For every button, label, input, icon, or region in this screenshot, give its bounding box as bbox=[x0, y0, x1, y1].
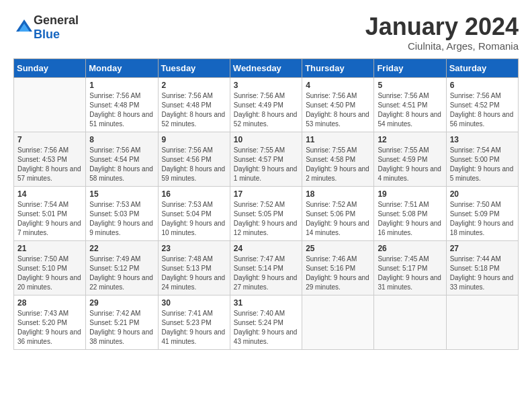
calendar-week-row: 1 Sunrise: 7:56 AMSunset: 4:48 PMDayligh… bbox=[14, 77, 519, 132]
day-number: 7 bbox=[17, 135, 82, 144]
day-info: Sunrise: 7:56 AMSunset: 4:48 PMDaylight:… bbox=[162, 92, 226, 128]
day-number: 31 bbox=[234, 298, 298, 308]
day-number: 16 bbox=[162, 189, 226, 199]
calendar-cell: 25 Sunrise: 7:46 AMSunset: 5:16 PMDaylig… bbox=[302, 240, 374, 295]
day-number: 2 bbox=[162, 81, 226, 90]
calendar-cell: 6 Sunrise: 7:56 AMSunset: 4:52 PMDayligh… bbox=[446, 77, 518, 132]
logo-icon bbox=[15, 18, 34, 37]
day-number: 18 bbox=[306, 189, 370, 199]
day-info: Sunrise: 7:53 AMSunset: 5:04 PMDaylight:… bbox=[162, 201, 226, 236]
day-number: 10 bbox=[234, 135, 298, 144]
calendar-subtitle: Ciulnita, Arges, Romania bbox=[365, 40, 519, 52]
calendar-cell: 9 Sunrise: 7:56 AMSunset: 4:56 PMDayligh… bbox=[158, 132, 230, 186]
day-number: 11 bbox=[306, 135, 370, 144]
day-number: 28 bbox=[17, 298, 82, 308]
calendar-cell bbox=[14, 77, 86, 132]
calendar-cell: 17 Sunrise: 7:52 AMSunset: 5:05 PMDaylig… bbox=[230, 186, 302, 240]
calendar-cell: 4 Sunrise: 7:56 AMSunset: 4:50 PMDayligh… bbox=[302, 77, 374, 132]
day-number: 14 bbox=[17, 189, 82, 199]
calendar-cell: 27 Sunrise: 7:44 AMSunset: 5:18 PMDaylig… bbox=[446, 240, 518, 295]
calendar-week-row: 14 Sunrise: 7:54 AMSunset: 5:01 PMDaylig… bbox=[14, 186, 519, 240]
calendar-cell: 2 Sunrise: 7:56 AMSunset: 4:48 PMDayligh… bbox=[158, 77, 230, 132]
day-number: 17 bbox=[234, 189, 298, 199]
calendar-cell: 10 Sunrise: 7:55 AMSunset: 4:57 PMDaylig… bbox=[230, 132, 302, 186]
day-number: 24 bbox=[234, 244, 298, 253]
weekday-header: Tuesday bbox=[158, 58, 230, 77]
calendar-cell: 23 Sunrise: 7:48 AMSunset: 5:13 PMDaylig… bbox=[158, 240, 230, 295]
weekday-header: Sunday bbox=[14, 58, 86, 77]
calendar-cell: 8 Sunrise: 7:56 AMSunset: 4:54 PMDayligh… bbox=[86, 132, 158, 186]
day-info: Sunrise: 7:56 AMSunset: 4:52 PMDaylight:… bbox=[450, 92, 514, 128]
day-number: 26 bbox=[378, 244, 442, 253]
day-info: Sunrise: 7:56 AMSunset: 4:54 PMDaylight:… bbox=[89, 146, 153, 182]
day-number: 4 bbox=[306, 81, 370, 90]
day-info: Sunrise: 7:47 AMSunset: 5:14 PMDaylight:… bbox=[234, 255, 298, 291]
calendar-body: 1 Sunrise: 7:56 AMSunset: 4:48 PMDayligh… bbox=[14, 77, 519, 349]
calendar-cell: 20 Sunrise: 7:50 AMSunset: 5:09 PMDaylig… bbox=[446, 186, 518, 240]
day-number: 13 bbox=[450, 135, 515, 144]
day-number: 22 bbox=[89, 244, 154, 253]
day-info: Sunrise: 7:49 AMSunset: 5:12 PMDaylight:… bbox=[89, 255, 153, 291]
day-info: Sunrise: 7:54 AMSunset: 5:01 PMDaylight:… bbox=[17, 201, 81, 236]
day-info: Sunrise: 7:55 AMSunset: 4:58 PMDaylight:… bbox=[306, 146, 369, 182]
day-info: Sunrise: 7:52 AMSunset: 5:06 PMDaylight:… bbox=[306, 201, 369, 236]
calendar-cell: 29 Sunrise: 7:42 AMSunset: 5:21 PMDaylig… bbox=[86, 295, 158, 349]
calendar-cell: 26 Sunrise: 7:45 AMSunset: 5:17 PMDaylig… bbox=[374, 240, 446, 295]
calendar-cell bbox=[446, 295, 518, 349]
calendar-cell bbox=[302, 295, 374, 349]
day-number: 1 bbox=[89, 81, 154, 90]
calendar-cell bbox=[374, 295, 446, 349]
day-number: 27 bbox=[450, 244, 515, 253]
day-info: Sunrise: 7:45 AMSunset: 5:17 PMDaylight:… bbox=[378, 255, 441, 291]
day-info: Sunrise: 7:55 AMSunset: 4:57 PMDaylight:… bbox=[234, 146, 298, 182]
day-info: Sunrise: 7:41 AMSunset: 5:23 PMDaylight:… bbox=[162, 310, 226, 345]
day-info: Sunrise: 7:51 AMSunset: 5:08 PMDaylight:… bbox=[378, 201, 441, 236]
title-block: January 2024 Ciulnita, Arges, Romania bbox=[365, 13, 519, 52]
day-info: Sunrise: 7:50 AMSunset: 5:10 PMDaylight:… bbox=[17, 255, 81, 291]
calendar-cell: 12 Sunrise: 7:55 AMSunset: 4:59 PMDaylig… bbox=[374, 132, 446, 186]
weekday-header: Monday bbox=[86, 58, 158, 77]
calendar-cell: 11 Sunrise: 7:55 AMSunset: 4:58 PMDaylig… bbox=[302, 132, 374, 186]
day-info: Sunrise: 7:55 AMSunset: 4:59 PMDaylight:… bbox=[378, 146, 441, 182]
calendar-table: SundayMondayTuesdayWednesdayThursdayFrid… bbox=[13, 58, 519, 350]
logo-blue-text: Blue bbox=[34, 28, 60, 41]
calendar-week-row: 7 Sunrise: 7:56 AMSunset: 4:53 PMDayligh… bbox=[14, 132, 519, 186]
calendar-header: SundayMondayTuesdayWednesdayThursdayFrid… bbox=[14, 58, 519, 77]
calendar-title: January 2024 bbox=[365, 13, 519, 40]
day-info: Sunrise: 7:43 AMSunset: 5:20 PMDaylight:… bbox=[17, 310, 81, 345]
calendar-cell: 13 Sunrise: 7:54 AMSunset: 5:00 PMDaylig… bbox=[446, 132, 518, 186]
day-number: 19 bbox=[378, 189, 442, 199]
day-number: 25 bbox=[306, 244, 370, 253]
weekday-header: Friday bbox=[374, 58, 446, 77]
day-number: 5 bbox=[378, 81, 442, 90]
day-number: 12 bbox=[378, 135, 442, 144]
calendar-cell: 19 Sunrise: 7:51 AMSunset: 5:08 PMDaylig… bbox=[374, 186, 446, 240]
calendar-cell: 14 Sunrise: 7:54 AMSunset: 5:01 PMDaylig… bbox=[14, 186, 86, 240]
day-info: Sunrise: 7:56 AMSunset: 4:51 PMDaylight:… bbox=[378, 92, 441, 128]
day-number: 20 bbox=[450, 189, 515, 199]
day-number: 6 bbox=[450, 81, 515, 90]
calendar-cell: 18 Sunrise: 7:52 AMSunset: 5:06 PMDaylig… bbox=[302, 186, 374, 240]
calendar-cell: 22 Sunrise: 7:49 AMSunset: 5:12 PMDaylig… bbox=[86, 240, 158, 295]
day-info: Sunrise: 7:56 AMSunset: 4:49 PMDaylight:… bbox=[234, 92, 298, 128]
logo-general-text: General bbox=[34, 13, 79, 27]
calendar-cell: 31 Sunrise: 7:40 AMSunset: 5:24 PMDaylig… bbox=[230, 295, 302, 349]
day-number: 3 bbox=[234, 81, 298, 90]
calendar-cell: 5 Sunrise: 7:56 AMSunset: 4:51 PMDayligh… bbox=[374, 77, 446, 132]
day-number: 15 bbox=[89, 189, 154, 199]
weekday-header: Wednesday bbox=[230, 58, 302, 77]
day-number: 9 bbox=[162, 135, 226, 144]
day-info: Sunrise: 7:46 AMSunset: 5:16 PMDaylight:… bbox=[306, 255, 369, 291]
day-info: Sunrise: 7:42 AMSunset: 5:21 PMDaylight:… bbox=[89, 310, 153, 345]
day-number: 30 bbox=[162, 298, 226, 308]
calendar-week-row: 21 Sunrise: 7:50 AMSunset: 5:10 PMDaylig… bbox=[14, 240, 519, 295]
page-header: General Blue January 2024 Ciulnita, Arge… bbox=[13, 13, 519, 52]
calendar-cell: 7 Sunrise: 7:56 AMSunset: 4:53 PMDayligh… bbox=[14, 132, 86, 186]
day-info: Sunrise: 7:56 AMSunset: 4:56 PMDaylight:… bbox=[162, 146, 226, 182]
day-info: Sunrise: 7:56 AMSunset: 4:53 PMDaylight:… bbox=[17, 146, 81, 182]
calendar-week-row: 28 Sunrise: 7:43 AMSunset: 5:20 PMDaylig… bbox=[14, 295, 519, 349]
calendar-cell: 16 Sunrise: 7:53 AMSunset: 5:04 PMDaylig… bbox=[158, 186, 230, 240]
day-info: Sunrise: 7:48 AMSunset: 5:13 PMDaylight:… bbox=[162, 255, 226, 291]
day-info: Sunrise: 7:44 AMSunset: 5:18 PMDaylight:… bbox=[450, 255, 514, 291]
day-info: Sunrise: 7:53 AMSunset: 5:03 PMDaylight:… bbox=[89, 201, 153, 236]
